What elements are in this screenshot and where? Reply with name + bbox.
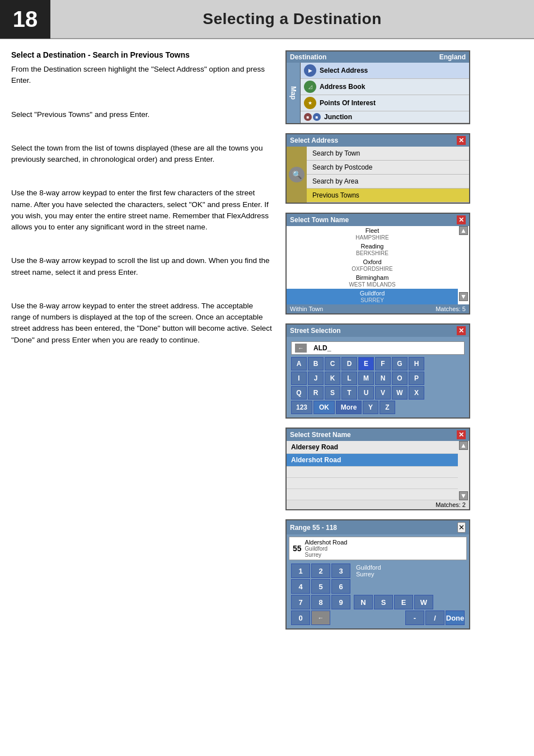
key-U[interactable]: U (358, 386, 374, 400)
numpad-N[interactable]: N (354, 595, 373, 609)
key-N[interactable]: N (375, 372, 391, 385)
section5-text: Use the 8-way arrow keypad to scroll the… (11, 255, 274, 278)
numpad-dash[interactable]: - (405, 611, 424, 625)
numpad-6[interactable]: 6 (331, 579, 350, 594)
search-by-town[interactable]: Search by Town (307, 147, 469, 161)
key-G[interactable]: G (392, 357, 407, 370)
street-item-aldersey[interactable]: Aldersey Road (287, 441, 458, 454)
dest-item-points-of-interest[interactable]: ★ Points Of Interest (301, 95, 469, 111)
numpad-E[interactable]: E (394, 595, 413, 609)
search-by-postcode[interactable]: Search by Postcode (307, 161, 469, 175)
street-selection-close[interactable]: ✕ (457, 326, 466, 335)
key-Z[interactable]: Z (380, 401, 395, 414)
dest-item-select-address[interactable]: ▶ Select Address (301, 63, 469, 79)
range-current-number: 55 (293, 544, 302, 553)
numpad-slash[interactable]: / (425, 611, 444, 625)
dest-item-junction[interactable]: ■ ■ Junction (301, 111, 469, 123)
section2-text: Select "Previous Towns" and press Enter. (11, 109, 274, 120)
dest-item-address-book[interactable]: ◿ Address Book (301, 79, 469, 95)
select-address-close[interactable]: ✕ (457, 136, 466, 145)
key-J[interactable]: J (308, 372, 324, 385)
numpad-S[interactable]: S (374, 595, 393, 609)
key-W[interactable]: W (392, 386, 407, 400)
right-column: Destination England Map ▶ Select Address… (285, 50, 470, 630)
key-O[interactable]: O (392, 372, 407, 385)
street-back-button[interactable]: ← (295, 344, 307, 353)
town-item-birmingham[interactable]: BirminghamWEST MIDLANDS (287, 273, 458, 289)
numpad-row3: 7 8 9 N S E W (289, 595, 467, 611)
key-Q[interactable]: Q (291, 386, 307, 400)
key-A[interactable]: A (291, 357, 307, 370)
range-widget: Range 55 - 118 ✕ 55 Aldershot Road Guild… (285, 519, 470, 630)
town-item-fleet[interactable]: FleetHAMPSHIRE (287, 226, 458, 242)
key-L[interactable]: L (341, 372, 357, 385)
key-123[interactable]: 123 (291, 401, 312, 414)
key-T[interactable]: T (341, 386, 357, 400)
destination-widget: Destination England Map ▶ Select Address… (285, 50, 470, 124)
street-item-empty2 (287, 478, 458, 489)
numpad-1[interactable]: 1 (291, 564, 310, 578)
key-I[interactable]: I (291, 372, 307, 385)
numpad-W[interactable]: W (414, 595, 433, 609)
street-selection-title: Street Selection (290, 327, 341, 335)
key-R[interactable]: R (308, 386, 324, 400)
numpad-8[interactable]: 8 (311, 595, 330, 609)
key-H[interactable]: H (409, 357, 424, 370)
numpad-0[interactable]: 0 (291, 611, 310, 625)
numpad-4[interactable]: 4 (291, 579, 310, 594)
street-scroll-up[interactable]: ▲ (459, 441, 468, 450)
previous-towns[interactable]: Previous Towns (307, 189, 469, 203)
key-F[interactable]: F (375, 357, 391, 370)
numpad-backspace[interactable]: ← (311, 611, 330, 625)
town-item-reading[interactable]: ReadingBERKSHIRE (287, 242, 458, 257)
numpad-7[interactable]: 7 (291, 595, 310, 609)
address-book-icon: ◿ (304, 81, 316, 93)
numpad-5[interactable]: 5 (311, 579, 330, 594)
key-D[interactable]: D (341, 357, 357, 370)
numpad-3[interactable]: 3 (331, 564, 350, 578)
street-item-empty1 (287, 467, 458, 478)
select-street-title: Select Street Name (290, 431, 351, 439)
town-scroll-up[interactable]: ▲ (459, 226, 468, 235)
town-item-guildford[interactable]: GuildfordSURREY (287, 289, 458, 304)
street-scroll-down[interactable]: ▼ (459, 491, 468, 500)
search-icon: 🔍 (289, 167, 305, 182)
key-M[interactable]: M (358, 372, 374, 385)
key-C[interactable]: C (325, 357, 340, 370)
range-close[interactable]: ✕ (457, 522, 466, 533)
key-Y[interactable]: Y (363, 401, 378, 414)
key-P[interactable]: P (409, 372, 424, 385)
section1-heading: Select a Destination - Search in Previou… (11, 50, 274, 59)
select-street-close[interactable]: ✕ (457, 430, 466, 439)
key-B[interactable]: B (308, 357, 324, 370)
range-town-display: GuildfordSurrey (354, 564, 381, 578)
map-label[interactable]: Map (287, 63, 301, 123)
key-More[interactable]: More (336, 401, 362, 414)
select-town-title: Select Town Name (290, 216, 349, 224)
numpad-9[interactable]: 9 (331, 595, 350, 609)
numpad-done[interactable]: Done (446, 611, 465, 625)
junction-icon1: ■ (304, 113, 312, 121)
street-item-aldershot[interactable]: Aldershot Road (287, 454, 458, 467)
key-V[interactable]: V (375, 386, 391, 400)
key-E[interactable]: E (358, 357, 374, 370)
town-list-footer: Within Town Matches: 5 (287, 304, 469, 313)
street-item-empty3 (287, 489, 458, 500)
section6-text: Use the 8-way arrow keypad to enter the … (11, 300, 274, 346)
street-input-text: ALD_ (313, 344, 331, 352)
keypad-row2: I J K L M N O P (289, 372, 467, 386)
search-by-area[interactable]: Search by Area (307, 175, 469, 189)
dest-item-label-2: Points Of Interest (320, 99, 376, 107)
town-scroll-down[interactable]: ▼ (459, 292, 468, 301)
numpad-2[interactable]: 2 (311, 564, 330, 578)
town-item-oxford[interactable]: OxfordOXFORDSHIRE (287, 257, 458, 273)
section1-text: From the Destination screen highlight th… (11, 64, 274, 87)
select-address-titlebar: Select Address ✕ (287, 134, 469, 147)
select-town-close[interactable]: ✕ (457, 215, 466, 224)
dest-item-label-3: Junction (324, 113, 352, 121)
key-K[interactable]: K (325, 372, 340, 385)
key-X[interactable]: X (409, 386, 424, 400)
key-S[interactable]: S (325, 386, 340, 400)
main-content: Select a Destination - Search in Previou… (0, 39, 534, 641)
key-OK[interactable]: OK (313, 401, 335, 414)
